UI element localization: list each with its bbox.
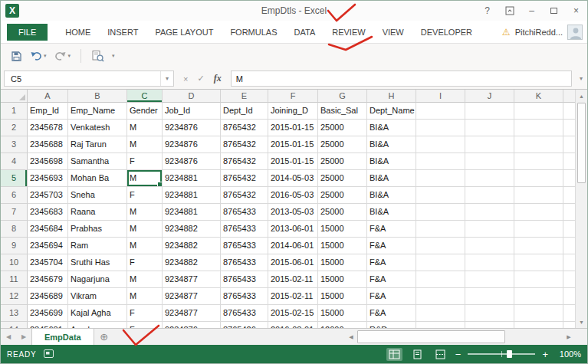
- vertical-scrollbar-thumb[interactable]: [577, 103, 586, 183]
- cell-F12[interactable]: 2015-02-11: [268, 288, 318, 305]
- cell-H11[interactable]: F&A: [367, 271, 416, 288]
- macro-record-icon[interactable]: [44, 349, 54, 359]
- cell-J3[interactable]: [465, 136, 514, 153]
- cell-G7[interactable]: 25000: [318, 204, 367, 221]
- cell-I14[interactable]: [416, 322, 465, 328]
- cell-D6[interactable]: 9234881: [163, 187, 221, 204]
- undo-button[interactable]: ▾: [28, 49, 49, 63]
- formula-input[interactable]: M: [231, 71, 572, 87]
- cell-C7[interactable]: M: [127, 204, 163, 221]
- qat-customize-button[interactable]: ▾: [110, 51, 117, 61]
- cell-C5[interactable]: M: [127, 170, 163, 187]
- cell-I10[interactable]: [416, 254, 465, 271]
- tab-home[interactable]: HOME: [57, 24, 99, 41]
- zoom-in-button[interactable]: +: [542, 349, 548, 359]
- cell-K14[interactable]: [514, 322, 563, 328]
- cell-B13[interactable]: Kajal Agha: [68, 305, 127, 322]
- cell-D14[interactable]: 9234876: [163, 322, 221, 328]
- cell-H13[interactable]: F&A: [367, 305, 416, 322]
- cell-B9[interactable]: Ram: [68, 238, 127, 254]
- cell-I9[interactable]: [416, 238, 465, 254]
- cell-G8[interactable]: 15000: [318, 221, 367, 238]
- vertical-scrollbar[interactable]: ▲ ▼: [575, 90, 587, 328]
- zoom-slider[interactable]: [468, 353, 535, 355]
- cell-F9[interactable]: 2014-06-01: [268, 238, 318, 254]
- tab-insert[interactable]: INSERT: [99, 24, 146, 41]
- cell-F3[interactable]: 2015-01-15: [268, 136, 318, 153]
- cell-E5[interactable]: 8765432: [221, 170, 268, 187]
- cell-H1[interactable]: Dept_Name: [367, 103, 416, 120]
- cell-I8[interactable]: [416, 221, 465, 238]
- row-header-10[interactable]: 10: [1, 254, 28, 271]
- tab-file[interactable]: FILE: [7, 24, 48, 41]
- row-header-13[interactable]: 13: [1, 305, 28, 322]
- sheet-nav-right-icon[interactable]: ▶: [16, 329, 31, 345]
- sheet-tab-empdata[interactable]: EmpData: [31, 329, 94, 345]
- avatar[interactable]: [567, 25, 583, 40]
- cell-I4[interactable]: [416, 153, 465, 170]
- cell-E1[interactable]: Dept_Id: [221, 103, 268, 120]
- cell-I6[interactable]: [416, 187, 465, 204]
- cell-K6[interactable]: [514, 187, 563, 204]
- sheet-nav-left-icon[interactable]: ◀: [1, 329, 16, 345]
- column-header-I[interactable]: I: [416, 90, 465, 103]
- cell-F2[interactable]: 2015-01-15: [268, 120, 318, 136]
- cell-G6[interactable]: 25000: [318, 187, 367, 204]
- tab-data[interactable]: DATA: [286, 24, 324, 41]
- cell-B1[interactable]: Emp_Name: [68, 103, 127, 120]
- scroll-down-icon[interactable]: ▼: [576, 316, 587, 328]
- cell-G9[interactable]: 15000: [318, 238, 367, 254]
- cell-B8[interactable]: Prabhas: [68, 221, 127, 238]
- cell-A10[interactable]: 2345704: [28, 254, 68, 271]
- cell-K9[interactable]: [514, 238, 563, 254]
- cell-B14[interactable]: Amala: [68, 322, 127, 328]
- redo-button[interactable]: ▾: [52, 49, 74, 63]
- cell-F6[interactable]: 2016-05-03: [268, 187, 318, 204]
- cell-J4[interactable]: [465, 153, 514, 170]
- cell-D7[interactable]: 9234881: [163, 204, 221, 221]
- row-header-12[interactable]: 12: [1, 288, 28, 305]
- cell-E10[interactable]: 8765433: [221, 254, 268, 271]
- cell-K4[interactable]: [514, 153, 563, 170]
- cell-G13[interactable]: 15000: [318, 305, 367, 322]
- cell-C12[interactable]: M: [127, 288, 163, 305]
- cell-B7[interactable]: Raana: [68, 204, 127, 221]
- horizontal-scrollbar-thumb[interactable]: [357, 330, 505, 343]
- new-sheet-button[interactable]: ⊕: [94, 329, 114, 345]
- cell-I5[interactable]: [416, 170, 465, 187]
- cell-H10[interactable]: F&A: [367, 254, 416, 271]
- column-header-F[interactable]: F: [268, 90, 318, 103]
- close-button[interactable]: ×: [565, 1, 587, 21]
- cell-B5[interactable]: Mohan Ba: [68, 170, 127, 187]
- cell-K7[interactable]: [514, 204, 563, 221]
- cell-E8[interactable]: 8765433: [221, 221, 268, 238]
- cell-G5[interactable]: 25000: [318, 170, 367, 187]
- redo-dropdown-icon[interactable]: ▾: [68, 53, 71, 59]
- cell-A7[interactable]: 2345683: [28, 204, 68, 221]
- scroll-right-icon[interactable]: ▶: [563, 329, 575, 345]
- cell-G1[interactable]: Basic_Sal: [318, 103, 367, 120]
- name-box[interactable]: C5 ▾: [4, 71, 174, 87]
- undo-dropdown-icon[interactable]: ▾: [44, 53, 47, 59]
- cell-H8[interactable]: F&A: [367, 221, 416, 238]
- cell-G14[interactable]: 12000: [318, 322, 367, 328]
- cell-H14[interactable]: R&D: [367, 322, 416, 328]
- cell-A5[interactable]: 2345693: [28, 170, 68, 187]
- cell-E2[interactable]: 8765432: [221, 120, 268, 136]
- cell-A1[interactable]: Emp_Id: [28, 103, 68, 120]
- cell-H6[interactable]: BI&A: [367, 187, 416, 204]
- cell-F8[interactable]: 2013-06-01: [268, 221, 318, 238]
- cell-B2[interactable]: Venkatesh: [68, 120, 127, 136]
- cell-E4[interactable]: 8765432: [221, 153, 268, 170]
- cell-G2[interactable]: 25000: [318, 120, 367, 136]
- cell-K2[interactable]: [514, 120, 563, 136]
- cell-J12[interactable]: [465, 288, 514, 305]
- column-header-B[interactable]: B: [68, 90, 127, 103]
- cell-D11[interactable]: 9234877: [163, 271, 221, 288]
- cell-E3[interactable]: 8765432: [221, 136, 268, 153]
- row-header-5[interactable]: 5: [1, 170, 28, 187]
- spreadsheet-grid[interactable]: ABCDEFGHIJK1Emp_IdEmp_NameGenderJob_IdDe…: [1, 90, 575, 328]
- select-all-button[interactable]: [1, 90, 28, 103]
- cell-C2[interactable]: M: [127, 120, 163, 136]
- tab-review[interactable]: REVIEW: [324, 24, 373, 41]
